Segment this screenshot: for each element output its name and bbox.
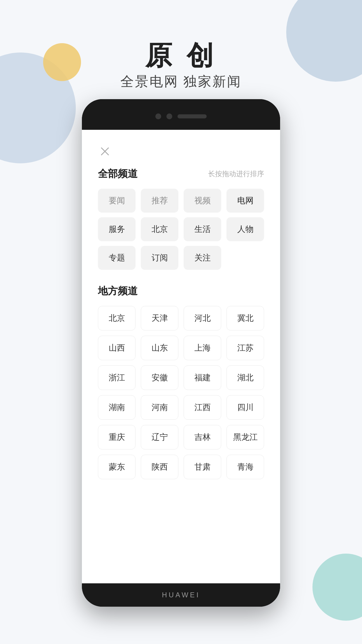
local-btn-anhui[interactable]: 安徽 [141,365,178,390]
channel-btn-beijing[interactable]: 北京 [141,217,178,241]
local-btn-jibei[interactable]: 冀北 [226,306,264,330]
channel-btn-tuijian[interactable]: 推荐 [141,189,178,213]
page-subtitle: 全景电网 独家新闻 [0,73,362,91]
local-btn-shanxi[interactable]: 山西 [98,336,136,360]
close-button[interactable] [98,144,112,158]
local-btn-hebei[interactable]: 河北 [184,306,221,330]
phone-screen: 全部频道 长按拖动进行排序 要闻 推荐 视频 电网 服务 北京 生活 人物 专题… [82,130,280,583]
local-btn-jiangxi[interactable]: 江西 [184,395,221,420]
decorative-circle-teal [312,554,362,621]
all-channels-hint: 长按拖动进行排序 [208,169,264,178]
phone-mockup: 全部频道 长按拖动进行排序 要闻 推荐 视频 电网 服务 北京 生活 人物 专题… [82,99,280,607]
local-btn-jiangsu[interactable]: 江苏 [226,336,264,360]
local-btn-mengdong[interactable]: 蒙东 [98,455,136,479]
local-btn-chongqing[interactable]: 重庆 [98,425,136,449]
all-channels-title: 全部频道 [98,167,138,181]
page-title: 原 创 [0,41,362,70]
screen-content: 全部频道 长按拖动进行排序 要闻 推荐 视频 电网 服务 北京 生活 人物 专题… [82,130,280,491]
phone-top-bar [82,99,280,130]
all-channels-row-3: 专题 订阅 关注 [98,246,264,270]
title-area: 原 创 全景电网 独家新闻 [0,41,362,91]
channel-btn-yawen[interactable]: 要闻 [98,189,136,213]
local-btn-jilin[interactable]: 吉林 [184,425,221,449]
local-btn-hubei[interactable]: 湖北 [226,365,264,390]
local-btn-hunan[interactable]: 湖南 [98,395,136,420]
local-btn-heilongjiang[interactable]: 黑龙江 [226,425,264,449]
local-btn-qinghai[interactable]: 青海 [226,455,264,479]
local-channels-section: 地方频道 北京 天津 河北 冀北 山西 山东 上海 江苏 浙江 安徽 [98,284,264,479]
phone-camera [155,113,161,119]
local-btn-liaoning[interactable]: 辽宁 [141,425,178,449]
local-btn-gansu[interactable]: 甘肃 [184,455,221,479]
channel-btn-dianwang[interactable]: 电网 [226,189,264,213]
local-btn-shanghai[interactable]: 上海 [184,336,221,360]
local-btn-fujian[interactable]: 福建 [184,365,221,390]
phone-speaker [178,114,207,118]
local-channels-title: 地方频道 [98,284,138,298]
channel-btn-fuwu[interactable]: 服务 [98,217,136,241]
local-channels-grid: 北京 天津 河北 冀北 山西 山东 上海 江苏 浙江 安徽 福建 湖北 湖南 [98,306,264,479]
channel-btn-shipin[interactable]: 视频 [184,189,221,213]
phone-sensor [166,113,172,119]
all-channels-row-1: 要闻 推荐 视频 电网 [98,189,264,213]
phone-bottom-bar: HUAWEI [82,583,280,607]
local-btn-henan[interactable]: 河南 [141,395,178,420]
channel-btn-shenghuo[interactable]: 生活 [184,217,221,241]
local-btn-zhejiang[interactable]: 浙江 [98,365,136,390]
local-btn-shandong[interactable]: 山东 [141,336,178,360]
local-btn-sichuan[interactable]: 四川 [226,395,264,420]
local-btn-beijing[interactable]: 北京 [98,306,136,330]
local-btn-tianjin[interactable]: 天津 [141,306,178,330]
channel-btn-zhuanti[interactable]: 专题 [98,246,136,270]
all-channels-row-2: 服务 北京 生活 人物 [98,217,264,241]
close-icon [100,146,110,157]
local-btn-shaanxi[interactable]: 陕西 [141,455,178,479]
brand-logo: HUAWEI [162,591,200,599]
local-channels-header: 地方频道 [98,284,264,298]
channel-btn-guanzhu[interactable]: 关注 [184,246,221,270]
channel-btn-dingyue[interactable]: 订阅 [141,246,178,270]
all-channels-header: 全部频道 长按拖动进行排序 [98,167,264,181]
channel-btn-renwu[interactable]: 人物 [226,217,264,241]
